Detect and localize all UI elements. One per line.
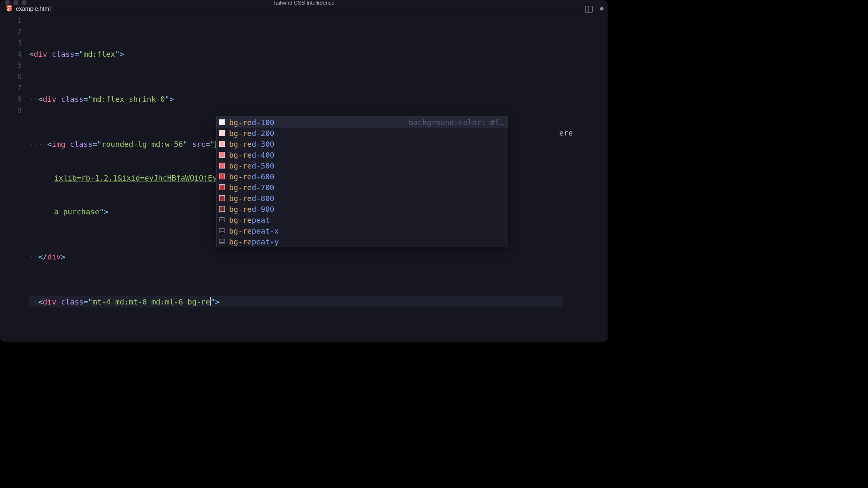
property-icon bbox=[219, 217, 225, 222]
completion-item[interactable]: bg-red-200 bbox=[217, 128, 508, 138]
color-swatch-icon bbox=[219, 152, 225, 158]
completion-item[interactable]: bg-repeat-x bbox=[217, 225, 508, 236]
minimap[interactable] bbox=[562, 15, 608, 342]
completion-item[interactable]: bg-red-600 bbox=[217, 171, 508, 182]
autocomplete-popup[interactable]: bg-red-100background-color: #f…bg-red-20… bbox=[216, 116, 508, 247]
tab-example-html[interactable]: example.html bbox=[0, 5, 56, 13]
tabbar-actions bbox=[585, 5, 603, 12]
code-line-current: ··<div class="mt-4 md:mt-0 md:ml-6 bg-re… bbox=[29, 296, 562, 307]
completion-label: bg-red-500 bbox=[229, 160, 274, 171]
editor-window: Tailwind CSS IntelliSense example.html 1… bbox=[0, 0, 608, 342]
completion-item[interactable]: bg-red-500 bbox=[217, 160, 508, 171]
split-editor-icon[interactable] bbox=[585, 5, 593, 12]
completion-item[interactable]: bg-red-100background-color: #f… bbox=[217, 117, 508, 128]
color-swatch-icon bbox=[219, 206, 225, 212]
property-icon bbox=[219, 228, 225, 233]
code-area[interactable]: <div class="md:flex"> ··<div class="md:f… bbox=[29, 15, 562, 342]
color-swatch-icon bbox=[219, 163, 225, 169]
code-line: ··</div> bbox=[29, 251, 562, 262]
color-swatch-icon bbox=[219, 119, 225, 125]
completion-label: bg-red-300 bbox=[229, 138, 274, 150]
tab-bar: example.html bbox=[0, 5, 608, 13]
overflow-text: ere bbox=[559, 127, 573, 138]
code-line: ··<div class="md:flex-shrink-0"> bbox=[29, 93, 562, 105]
completion-item[interactable]: bg-repeat-y bbox=[217, 236, 508, 247]
completion-label: bg-red-900 bbox=[229, 204, 274, 215]
completion-label: bg-red-800 bbox=[229, 193, 274, 204]
title-bar: Tailwind CSS IntelliSense bbox=[0, 0, 608, 5]
html5-icon bbox=[6, 5, 13, 13]
code-line: <div class="md:flex"> bbox=[29, 48, 562, 60]
completion-item[interactable]: bg-repeat bbox=[217, 214, 508, 225]
completion-item[interactable]: bg-red-700 bbox=[217, 182, 508, 193]
completion-label: bg-red-700 bbox=[229, 182, 274, 193]
completion-item[interactable]: bg-red-300 bbox=[217, 138, 508, 149]
completion-label: bg-repeat-x bbox=[229, 225, 279, 236]
color-swatch-icon bbox=[219, 184, 225, 190]
color-swatch-icon bbox=[219, 195, 225, 201]
completion-label: bg-red-200 bbox=[229, 128, 274, 139]
completion-label: bg-red-100 bbox=[229, 117, 274, 128]
completion-label: bg-red-400 bbox=[229, 149, 274, 161]
color-swatch-icon bbox=[219, 130, 225, 136]
completion-detail: background-color: #f… bbox=[409, 117, 504, 128]
completion-item[interactable]: bg-red-900 bbox=[217, 204, 508, 214]
color-swatch-icon bbox=[219, 141, 225, 147]
code-editor[interactable]: 1 2 3 4 5 6 7 8 9 <div class="md:flex"> … bbox=[0, 13, 608, 342]
completion-label: bg-repeat-y bbox=[229, 236, 279, 247]
completion-label: bg-red-600 bbox=[229, 171, 274, 182]
property-icon bbox=[219, 239, 225, 244]
completion-item[interactable]: bg-red-400 bbox=[217, 149, 508, 160]
completion-item[interactable]: bg-red-800 bbox=[217, 193, 508, 204]
color-swatch-icon bbox=[219, 174, 225, 179]
tab-filename: example.html bbox=[16, 5, 50, 12]
window-title: Tailwind CSS IntelliSense bbox=[0, 0, 608, 6]
code-line: ····<div class="uppercase tracking-wide bbox=[29, 341, 562, 342]
line-number-gutter: 1 2 3 4 5 6 7 8 9 bbox=[0, 15, 29, 342]
completion-label: bg-repeat bbox=[229, 214, 270, 226]
more-icon[interactable] bbox=[600, 7, 603, 10]
